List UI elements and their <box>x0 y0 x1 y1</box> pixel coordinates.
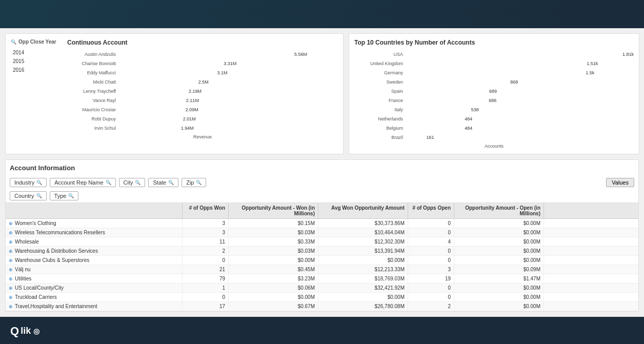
bar-row: USA1.81k <box>354 50 634 58</box>
bar-value: 1.5k <box>586 70 594 75</box>
account-rep-filter[interactable]: Account Rep Name 🔍 <box>50 178 115 187</box>
bar-label: Germany <box>354 70 406 75</box>
row-icon: ⊕ <box>9 221 13 226</box>
table-row[interactable]: ⊕US Local/County/City1$0.06M$32,421.92M0… <box>6 284 638 293</box>
qlik-logo: Q lik ◎ <box>10 325 39 338</box>
bar-label: Charise Bonnoitt <box>67 61 118 66</box>
data-cell: $0.00M <box>318 293 408 301</box>
industry-name: Välj nu <box>15 267 31 272</box>
qlik-q-letter: Q <box>10 325 19 338</box>
table-row[interactable]: ⊕Wireless Telecommunications Resellers3$… <box>6 228 638 237</box>
values-button[interactable]: Values <box>606 178 634 187</box>
bar-row: Brazil161 <box>354 133 634 141</box>
bar-value: 689 <box>489 89 497 94</box>
industry-name: Warehouse Clubs & Superstores <box>15 257 89 263</box>
bar-row: Eddy Maffucci3.1M <box>67 69 338 77</box>
data-cell: 0 <box>408 219 454 228</box>
table-row[interactable]: ⊕Utilities79$3.23M$18,769.03M19$1.47M <box>6 274 638 284</box>
bar-row: Netherlands484 <box>354 115 634 123</box>
data-cell: 3 <box>408 265 454 274</box>
data-cell: $10,464.04M <box>318 228 408 237</box>
bar-value: 868 <box>510 79 518 85</box>
bar-value: 3.31M <box>224 61 236 66</box>
data-cell: $0.00M <box>454 247 544 255</box>
table-row[interactable]: ⊕Warehousing & Distribution Services2$0.… <box>6 247 638 256</box>
table-row[interactable]: ⊕Truckload Carriers0$0.00M$0.00M0$0.00M <box>6 293 638 302</box>
table-row[interactable]: ⊕Travel,Hospitality and Entertainment17$… <box>6 302 638 311</box>
data-cell: $0.45M <box>229 265 318 274</box>
bar-value: 1.94M <box>181 126 194 131</box>
bar-value: 5.56M <box>294 52 307 57</box>
table-body: ⊕Women's Clothing3$0.15M$30,373.86M0$0.0… <box>6 219 638 311</box>
col-industry <box>6 203 183 218</box>
city-filter[interactable]: City 🔍 <box>119 178 146 187</box>
data-cell: $26,780.08M <box>318 302 408 311</box>
data-cell: 21 <box>183 265 229 274</box>
left-chart-panel: 🔍 Opp Close Year 201420152016 Continuous… <box>5 33 344 154</box>
year-item[interactable]: 2015 <box>11 57 67 65</box>
data-cell: 19 <box>408 274 454 283</box>
col-opp-amt-open: Opportunity Amount - Open (in Millions) <box>454 203 544 218</box>
opp-close-title-text: Opp Close Year <box>18 39 56 45</box>
search-icon: 🔍 <box>135 180 140 185</box>
data-cell: $0.00M <box>454 237 544 246</box>
data-cell: $0.00M <box>229 293 318 301</box>
zip-filter[interactable]: Zip 🔍 <box>182 178 206 187</box>
bar-row: United Kingdom1.51k <box>354 59 634 68</box>
data-cell: $0.00M <box>318 256 408 265</box>
state-filter[interactable]: State 🔍 <box>148 178 178 187</box>
bar-label: France <box>354 98 406 103</box>
data-cell: $0.00M <box>454 228 544 237</box>
col-opps-open: # of Opps Open <box>408 203 454 218</box>
country-filter[interactable]: Country 🔍 <box>10 191 47 200</box>
bar-value: 2.09M <box>186 107 198 112</box>
data-cell: 0 <box>408 228 454 237</box>
row-icon: ⊕ <box>9 276 13 281</box>
type-filter[interactable]: Type 🔍 <box>50 191 79 200</box>
data-cell: $12,302.30M <box>318 237 408 246</box>
data-cell: $0.00M <box>454 256 544 265</box>
data-cell: $0.67M <box>229 302 318 311</box>
opp-close-year-title: 🔍 Opp Close Year <box>11 39 67 45</box>
industry-cell: ⊕Warehousing & Distribution Services <box>6 247 183 255</box>
bar-label: Italy <box>354 107 406 112</box>
table-row[interactable]: ⊕Välj nu21$0.45M$12,213.33M3$0.09M <box>6 265 638 274</box>
industry-cell: ⊕Wireless Telecommunications Resellers <box>6 228 183 237</box>
bar-row: Irvin Schul1.94M <box>67 124 338 132</box>
table-row[interactable]: ⊕Wholesale11$0.33M$12,302.30M4$0.00M <box>6 237 638 247</box>
industry-name: Warehousing & Distribution Services <box>15 248 98 254</box>
bar-value: 484 <box>465 126 472 131</box>
table-row[interactable]: ⊕Warehouse Clubs & Superstores0$0.00M$0.… <box>6 256 638 265</box>
bar-row: Lenny Traycheff2.19M <box>67 87 338 95</box>
bar-value: 484 <box>465 116 472 122</box>
data-cell: $0.00M <box>454 219 544 228</box>
year-item[interactable]: 2016 <box>11 66 67 74</box>
bar-value: 2.01M <box>183 116 196 122</box>
continuous-bars-container: Austin Andzulis5.56MCharise Bonnoitt3.31… <box>67 50 338 132</box>
year-item[interactable]: 2014 <box>11 49 67 56</box>
industry-name: Wireless Telecommunications Resellers <box>15 230 105 235</box>
bar-row: Charise Bonnoitt3.31M <box>67 59 338 68</box>
industry-cell: ⊕Warehouse Clubs & Superstores <box>6 256 183 265</box>
data-cell: 17 <box>183 302 229 311</box>
bar-label: Sweden <box>354 79 406 85</box>
bar-value: 1.81k <box>622 52 634 57</box>
data-cell: $0.15M <box>229 219 318 228</box>
table-row[interactable]: ⊕Women's Clothing3$0.15M$30,373.86M0$0.0… <box>6 219 638 228</box>
industry-name: Utilities <box>15 276 31 281</box>
industry-cell: ⊕US Local/County/City <box>6 284 183 292</box>
bar-row: Italy538 <box>354 106 634 114</box>
data-cell: $1.47M <box>454 274 544 283</box>
bar-value: 161 <box>426 135 434 140</box>
continuous-x-label: Revenue <box>67 134 338 139</box>
industry-filter[interactable]: Industry 🔍 <box>10 178 47 187</box>
top-bar <box>0 0 644 28</box>
bar-label: Austin Andzulis <box>67 52 118 57</box>
bar-value: 538 <box>471 107 479 112</box>
search-icon: 🔍 <box>196 180 202 185</box>
qlik-logo-icon: ◎ <box>33 327 39 335</box>
row-icon: ⊕ <box>9 295 13 300</box>
bar-row: Robt Dupuy2.01M <box>67 115 338 123</box>
qlik-logo-text: lik <box>21 326 31 336</box>
data-cell: 2 <box>408 302 454 311</box>
